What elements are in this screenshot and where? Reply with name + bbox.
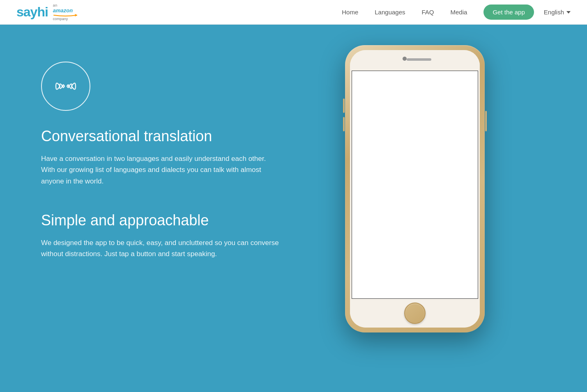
phone-outer-frame — [345, 45, 485, 332]
get-app-button[interactable]: Get the app — [483, 5, 534, 20]
hero-content: Conversational translation Have a conver… — [41, 49, 320, 259]
navbar: sayhi an amazon company Home Languages F… — [0, 0, 587, 25]
phone-camera — [403, 57, 407, 61]
hero-section: Conversational translation Have a conver… — [0, 25, 587, 392]
phone-screen — [352, 71, 478, 299]
nav-home[interactable]: Home — [342, 9, 358, 16]
amazon-arrow-icon — [53, 14, 78, 17]
phone-speaker — [407, 58, 431, 61]
nav-languages[interactable]: Languages — [375, 9, 405, 16]
volume-up-button — [343, 99, 345, 113]
nav-faq[interactable]: FAQ — [422, 9, 434, 16]
phone-mockup — [337, 45, 493, 332]
language-label: English — [544, 9, 564, 16]
logo-area: sayhi an amazon company — [16, 3, 78, 21]
logo-sayhi[interactable]: sayhi — [16, 5, 48, 20]
logo-amazon-text: amazon — [53, 7, 73, 14]
phone-top-bar — [350, 50, 480, 71]
logo-an: an — [53, 3, 58, 7]
power-button — [485, 111, 487, 131]
phone-inner-frame — [350, 50, 480, 328]
sound-wave-icon — [51, 76, 80, 96]
logo-amazon-company: an amazon company — [53, 3, 78, 21]
hero-title-1: Conversational translation — [41, 127, 320, 145]
language-selector[interactable]: English — [544, 9, 571, 16]
wave-icon — [51, 76, 80, 96]
wave-icon-container — [41, 62, 90, 111]
phone-bottom-bar — [350, 299, 480, 328]
chevron-down-icon — [566, 11, 571, 14]
volume-down-button — [343, 117, 345, 131]
logo-company: company — [53, 17, 68, 21]
home-button — [404, 303, 426, 324]
hero-desc-2: We designed the app to be quick, easy, a… — [41, 237, 279, 259]
nav-links: Home Languages FAQ Media — [342, 9, 467, 16]
hero-desc-1: Have a conversation in two languages and… — [41, 153, 279, 187]
hero-title-2: Simple and approachable — [41, 211, 320, 229]
nav-media[interactable]: Media — [451, 9, 467, 16]
